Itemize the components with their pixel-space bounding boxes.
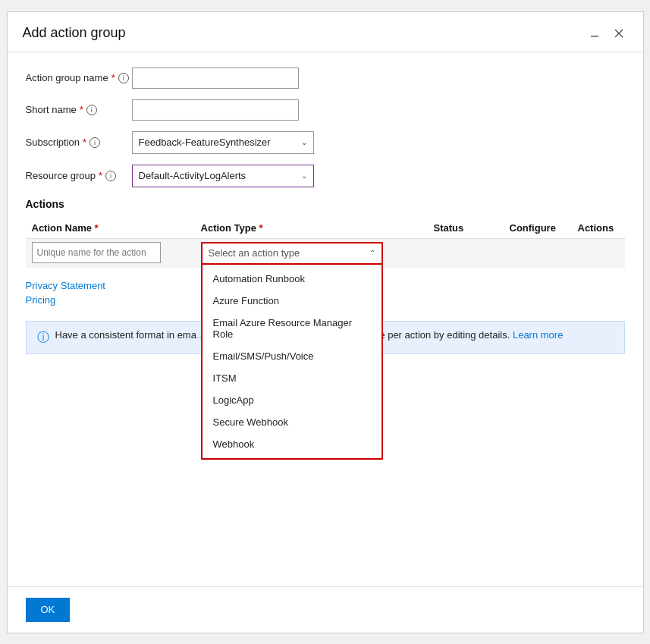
action-group-name-input[interactable] [132,68,299,89]
dialog-header: Add action group [8,12,643,52]
action-type-dropdown-menu: Automation Runbook Azure Function Email … [201,265,383,460]
subscription-info-icon[interactable]: i [89,137,100,148]
subscription-label: Subscription * i [26,137,132,148]
col-action-type: Action Type * [195,218,428,239]
dialog-title: Add action group [23,25,126,41]
learn-more-link[interactable]: Learn more [513,329,563,341]
col-actions: Actions [572,218,625,239]
status-cell [428,238,504,268]
dropdown-item-logicapp[interactable]: LogicApp [203,389,382,411]
short-name-label: Short name * i [26,104,132,115]
required-star-3: * [83,137,86,148]
action-group-name-row: Action group name * i [26,68,625,89]
dialog-controls [586,24,628,42]
required-star: * [111,72,115,83]
subscription-row: Subscription * i Feedback-FeatureSynthes… [26,131,625,154]
resource-group-row: Resource group * i Default-ActivityLogAl… [26,165,625,187]
resource-group-label: Resource group * i [26,170,132,181]
actions-table: Action Name * Action Type * Status Confi… [26,218,625,268]
dropdown-item-webhook[interactable]: Webhook [203,433,382,455]
action-group-name-info-icon[interactable]: i [118,73,129,83]
col-configure: Configure [504,218,572,239]
short-name-row: Short name * i [26,99,625,121]
dropdown-item-secure-webhook[interactable]: Secure Webhook [203,411,382,433]
resource-group-info-icon[interactable]: i [105,171,116,181]
subscription-dropdown[interactable]: Feedback-FeatureSynthesizer ⌄ [132,131,314,154]
chevron-down-icon: ⌄ [301,138,307,146]
dropdown-item-email-sms[interactable]: Email/SMS/Push/Voice [203,345,382,367]
dropdown-item-automation-runbook[interactable]: Automation Runbook [203,268,382,290]
action-name-cell [26,238,195,268]
chevron-down-icon-2: ⌄ [301,171,307,180]
dialog-footer: OK [8,586,643,633]
table-row: Select an action type ⌃ Automation Runbo… [26,238,625,268]
short-name-info-icon[interactable]: i [86,105,97,115]
resource-group-dropdown[interactable]: Default-ActivityLogAlerts ⌄ [132,165,314,187]
action-name-input[interactable] [32,242,161,263]
dropdown-item-email-arm-role[interactable]: Email Azure Resource Manager Role [203,312,382,345]
actions-cell [572,238,625,268]
dropdown-item-azure-function[interactable]: Azure Function [203,290,382,312]
action-type-cell: Select an action type ⌃ Automation Runbo… [195,238,428,268]
info-banner-icon: ⓘ [37,330,49,346]
short-name-input[interactable] [132,99,299,121]
configure-cell [504,238,572,268]
ok-button[interactable]: OK [26,598,71,622]
add-action-group-dialog: Add action group Action group name * i S… [7,11,644,633]
required-star-5: * [95,222,99,234]
svg-rect-0 [591,36,598,37]
minimize-button[interactable] [586,24,604,42]
col-action-name: Action Name * [26,218,195,239]
actions-section-title: Actions [26,198,625,210]
dropdown-item-itsm[interactable]: ITSM [203,367,382,389]
close-button[interactable] [610,24,628,42]
dialog-body: Action group name * i Short name * i Sub… [8,52,643,586]
action-type-selector[interactable]: Select an action type ⌃ [201,242,383,265]
required-star-2: * [80,104,83,115]
action-type-container: Select an action type ⌃ Automation Runbo… [201,242,383,265]
chevron-up-icon: ⌃ [369,249,375,257]
required-star-4: * [99,170,102,181]
col-status: Status [428,218,504,239]
action-group-name-label: Action group name * i [26,72,132,83]
required-star-6: * [259,222,263,234]
